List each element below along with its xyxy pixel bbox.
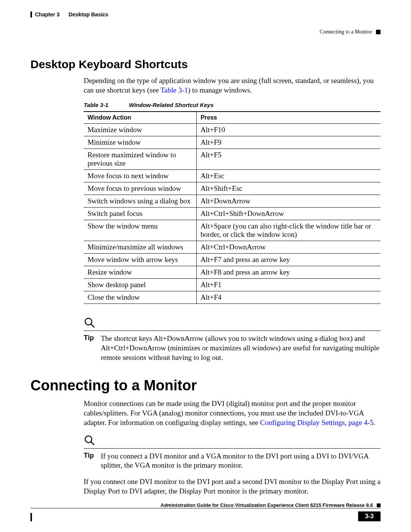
footer-doc-title: Administration Guide for Cisco Virtualiz… [161,502,373,508]
tip1-text: The shortcut keys Alt+DownArrow (allows … [101,334,381,362]
press-cell: Alt+DownArrow [196,195,381,208]
table-row: Resize windowAlt+F8 and press an arrow k… [84,266,381,279]
press-cell: Alt+F7 and press an arrow key [196,254,381,266]
window-action-cell: Switch panel focus [84,208,196,220]
shortcut-table: Window Action Press Maximize windowAlt+F… [84,111,381,304]
window-action-cell: Switch windows using a dialog box [84,195,196,208]
section-reference: Connecting to a Monitor [320,29,372,35]
table-row: Maximize windowAlt+F10 [84,124,381,136]
press-cell: Alt+Shift+Esc [196,182,381,195]
footer-rule [30,508,381,508]
display-settings-link[interactable]: Configuring Display Settings, page 4-5 [260,419,373,427]
section1-heading: Desktop Keyboard Shortcuts [30,58,381,71]
press-cell: Alt+F1 [196,279,381,291]
chapter-number: Chapter 3 [35,11,60,18]
table-row: Show desktop panelAlt+F1 [84,279,381,291]
press-cell: Alt+F10 [196,124,381,136]
table-row: Show the window menuAlt+Space (you can a… [84,220,381,241]
tip2-row: Tip If you connect a DVI monitor and a V… [84,452,381,470]
window-action-cell: Move window with arrow keys [84,254,196,266]
table-row: Switch panel focusAlt+Ctrl+Shift+DownArr… [84,208,381,220]
header-left: Chapter 3 Desktop Basics [30,11,108,18]
window-action-cell: Show the window menu [84,220,196,241]
tip1-row: Tip The shortcut keys Alt+DownArrow (all… [84,334,381,362]
tip2-block: Tip If you connect a DVI monitor and a V… [84,435,381,470]
table-col1-header: Window Action [84,112,196,124]
document-page: Chapter 3 Desktop Basics Connecting to a… [0,0,411,532]
section2-heading: Connecting to a Monitor [30,377,381,394]
table-row: Minimize windowAlt+F9 [84,136,381,149]
header-right: Connecting to a Monitor [320,29,381,35]
window-action-cell: Restore maximized window to previous siz… [84,149,196,170]
table-row: Move focus to next windowAlt+Esc [84,170,381,182]
page-content: Desktop Keyboard Shortcuts Depending on … [30,58,381,496]
press-cell: Alt+F9 [196,136,381,149]
section1-intro: Depending on the type of application win… [84,76,381,95]
press-cell: Alt+F5 [196,149,381,170]
press-cell: Alt+Space (you can also right-click the … [196,220,381,241]
window-action-cell: Minimize window [84,136,196,149]
window-action-cell: Minimize/maximize all windows [84,241,196,254]
window-action-cell: Move focus to previous window [84,182,196,195]
intro-text-b: ) to manage windows. [188,86,252,94]
table-caption: Table 3-1 Window-Related Shortcut Keys [84,102,381,108]
table-cross-reference-link[interactable]: Table 3-1 [161,86,188,94]
magnifier-icon [84,435,95,446]
tip-rule [84,331,381,331]
window-action-cell: Resize window [84,266,196,279]
table-block: Table 3-1 Window-Related Shortcut Keys W… [84,102,381,304]
svg-line-3 [91,441,94,445]
window-action-cell: Move focus to next window [84,170,196,182]
table-row: Switch windows using a dialog boxAlt+Dow… [84,195,381,208]
svg-line-1 [91,324,94,328]
s2-intro-b: . [373,419,375,427]
press-cell: Alt+F4 [196,291,381,304]
section2-intro: Monitor connections can be made using th… [84,399,381,427]
tip-label: Tip [84,334,94,342]
after-tip2-paragraph: If you connect one DVI monitor to the DV… [84,477,381,496]
press-cell: Alt+Esc [196,170,381,182]
magnifier-icon [84,317,95,328]
svg-point-0 [85,318,92,325]
svg-point-2 [85,436,92,443]
press-cell: Alt+Ctrl+DownArrow [196,241,381,254]
page-number: 3-3 [358,511,381,521]
window-action-cell: Close the window [84,291,196,304]
page-footer: Administration Guide for Cisco Virtualiz… [30,502,381,521]
press-cell: Alt+F8 and press an arrow key [196,266,381,279]
table-row: Move window with arrow keysAlt+F7 and pr… [84,254,381,266]
footer-left-bar-icon [30,513,32,521]
table-row: Minimize/maximize all windowsAlt+Ctrl+Do… [84,241,381,254]
window-action-cell: Maximize window [84,124,196,136]
table-row: Close the windowAlt+F4 [84,291,381,304]
footer-title-row: Administration Guide for Cisco Virtualiz… [30,502,381,508]
table-number: Table 3-1 [84,102,108,108]
table-title: Window-Related Shortcut Keys [129,102,213,108]
header-square-icon [376,30,381,34]
tip1-block: Tip The shortcut keys Alt+DownArrow (all… [84,317,381,362]
header-rule-icon [30,11,32,18]
chapter-title: Desktop Basics [68,11,108,18]
table-header-row: Window Action Press [84,112,381,124]
table-col2-header: Press [196,112,381,124]
table-row: Restore maximized window to previous siz… [84,149,381,170]
table-row: Move focus to previous windowAlt+Shift+E… [84,182,381,195]
tip-rule [84,448,381,449]
page-header: Chapter 3 Desktop Basics [30,11,381,18]
press-cell: Alt+Ctrl+Shift+DownArrow [196,208,381,220]
footer-square-icon [377,503,381,507]
window-action-cell: Show desktop panel [84,279,196,291]
tip-label: Tip [84,452,94,460]
tip2-text: If you connect a DVI monitor and a VGA m… [101,452,381,470]
